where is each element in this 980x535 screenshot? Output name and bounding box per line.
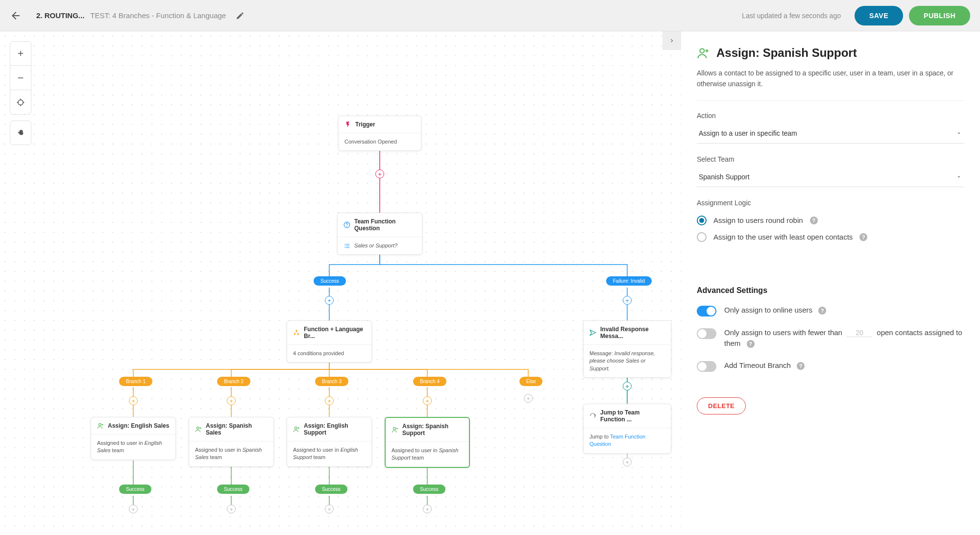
jump-node-header: Jump to Team Function ... [584,404,671,428]
add-b4[interactable]: + [423,396,432,405]
save-button[interactable]: SAVE [855,6,903,25]
toggle1-label: Only assign to online users ? [724,305,964,316]
question-title: Team Function Question [354,218,416,232]
sidebar-title-row: Assign: Spanish Support [697,46,964,60]
jump-icon [589,413,596,419]
assign-english-sales-node[interactable]: Assign: English Sales Assigned to user i… [91,417,176,460]
toggle3-label: Add Timeout Branch ? [724,360,964,371]
add-after-trigger[interactable]: + [375,170,384,178]
branch1-pill: Branch 1 [119,377,152,386]
trigger-body: Conversation Opened [339,133,421,150]
add-b1[interactable]: + [129,396,138,405]
team-label: Select Team [697,155,964,163]
add-after-jump[interactable]: + [623,458,632,466]
chevron-down-icon [956,173,962,180]
flow-canvas[interactable]: Trigger Conversation Opened + Team Funct… [0,31,681,535]
assign-ss-title: Assign: Spanish Sales [206,422,268,436]
sidebar-title: Assign: Spanish Support [716,46,857,60]
add-after-failure[interactable]: + [623,296,632,305]
question-node[interactable]: Team Function Question Sales or Support? [337,213,422,255]
assign-es-header: Assign: English Sales [91,417,175,434]
add-end-2[interactable]: + [227,505,236,513]
branch-body: 4 conditions provided [287,344,371,362]
radio-least-open[interactable]: Assign to the user with least open conta… [697,232,964,242]
svg-point-32 [295,330,297,332]
success-pill: Success [314,276,346,286]
svg-point-33 [294,333,296,335]
question-body-text: Sales or Support? [354,242,397,249]
add-b3[interactable]: + [325,396,334,405]
invalid-response-node[interactable]: Invalid Response Messa... Message: Inval… [583,320,671,378]
assign-ss-header: Assign: Spanish Sales [189,417,273,441]
else-pill: Else [519,377,542,386]
add-after-success[interactable]: + [325,296,334,305]
action-label: Action [697,112,964,120]
assign-english-support-node[interactable]: Assign: English Support Assigned to user… [287,417,372,467]
assign-es-title: Assign: English Sales [108,422,169,429]
branch3-pill: Branch 3 [315,377,348,386]
add-end-1[interactable]: + [129,505,138,513]
help-icon[interactable]: ? [818,307,826,315]
breadcrumb-main[interactable]: 2. ROUTING... [36,11,84,20]
assign-icon [697,47,710,59]
delete-button[interactable]: DELETE [697,397,746,414]
zoom-panel [10,41,31,145]
success-pill-4: Success [413,485,445,494]
back-arrow-icon[interactable] [10,10,22,22]
help-icon[interactable]: ? [797,362,805,370]
add-after-invalid[interactable]: + [623,382,632,390]
invalid-title: Invalid Response Messa... [600,326,665,340]
assign-esup-title: Assign: English Support [304,422,366,436]
last-updated-text: Last updated a few seconds ago [742,12,841,20]
publish-button[interactable]: PUBLISH [909,6,970,25]
breadcrumb-sub: TEST: 4 Branches - Function & Language [90,11,226,20]
pan-button[interactable] [10,121,31,145]
open-contacts-input[interactable] [847,329,872,337]
assign-spanish-support-node[interactable]: Assign: Spanish Support Assigned to user… [385,417,470,468]
success-pill-2: Success [217,485,249,494]
radio-indicator [697,232,707,242]
svg-point-46 [393,427,396,430]
send-icon [589,329,596,336]
logic-label: Assignment Logic [697,199,964,207]
invalid-body: Message: Invalid response, please choose… [584,344,671,377]
assign-spanish-sales-node[interactable]: Assign: Spanish Sales Assigned to user i… [189,417,274,467]
svg-point-0 [18,99,24,105]
help-icon[interactable]: ? [859,233,867,241]
toggle-fewer-than-row: Only assign to users with fewer than ope… [697,327,964,349]
collapse-sidebar-button[interactable] [662,31,681,50]
zoom-in-button[interactable] [10,41,31,66]
toggle-online-users[interactable] [697,306,716,316]
edit-icon[interactable] [236,11,245,20]
toggle-timeout[interactable] [697,361,716,372]
help-icon[interactable]: ? [747,340,755,348]
add-else[interactable]: + [524,394,533,403]
assign-icon [392,426,398,433]
svg-point-49 [700,49,705,53]
add-b2[interactable]: + [227,396,236,405]
radio-indicator [697,216,707,225]
svg-point-43 [295,427,297,429]
branch-node[interactable]: Function + Language Br... 4 conditions p… [287,320,372,363]
invalid-node-header: Invalid Response Messa... [584,321,671,344]
zoom-out-button[interactable] [10,66,31,90]
recenter-button[interactable] [10,90,31,115]
assign-esup-body: Assigned to user in English Support team [287,441,371,466]
team-select[interactable]: Spanish Support [697,168,964,187]
breadcrumb: 2. ROUTING... TEST: 4 Branches - Functio… [36,11,245,20]
jump-node[interactable]: Jump to Team Function ... Jump to Team F… [583,404,671,454]
branch2-pill: Branch 2 [217,377,250,386]
add-end-3[interactable]: + [325,505,334,513]
question-node-header: Team Function Question [338,213,422,237]
radio1-label: Assign to users round robin [713,216,803,224]
svg-point-31 [347,226,347,227]
add-end-4[interactable]: + [423,505,432,513]
branch-node-header: Function + Language Br... [287,321,371,344]
trigger-node[interactable]: Trigger Conversation Opened [338,116,421,151]
radio-round-robin[interactable]: Assign to users round robin ? [697,216,964,225]
invalid-body-prefix: Message: [589,350,614,356]
toggle-fewer-than[interactable] [697,328,716,339]
trigger-node-header: Trigger [339,116,421,133]
help-icon[interactable]: ? [810,217,818,224]
action-select[interactable]: Assign to a user in specific team [697,124,964,144]
